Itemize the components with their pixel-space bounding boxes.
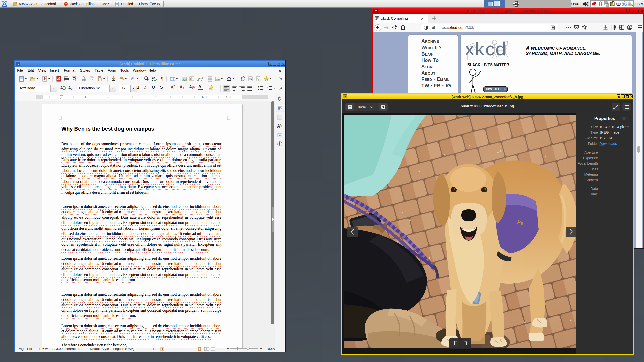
svg-text:¶: ¶ [161,76,163,81]
svg-text:3: 3 [267,89,268,90]
svg-text:A: A [277,124,280,129]
svg-text:A: A [60,86,63,90]
svg-text:Ω: Ω [227,76,231,82]
svg-text:c: c [152,79,154,82]
svg-text:A: A [198,77,200,80]
svg-text:1: 1 [251,79,253,82]
svg-text:A: A [68,86,71,90]
